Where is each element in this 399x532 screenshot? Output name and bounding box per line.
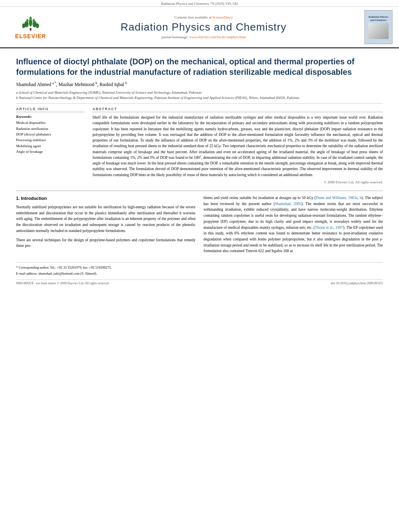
divider-top <box>16 103 383 104</box>
keyword-2: Radiation sterilization <box>16 126 84 131</box>
body-p3: blems and yield resins suitable for irra… <box>204 195 383 254</box>
svg-point-7 <box>26 19 29 23</box>
homepage-link[interactable]: www.elsevier.com/locate/radphyschem <box>189 35 246 39</box>
thumb-image <box>368 23 389 39</box>
svg-rect-5 <box>30 28 31 31</box>
footnotes: * Corresponding author. Tel.: +92 33 352… <box>16 262 383 276</box>
journal-homepage: journal homepage: www.elsevier.com/locat… <box>55 35 352 39</box>
article-info-col: ARTICLE INFO Keywords: Medical disposabl… <box>16 107 84 184</box>
svg-point-6 <box>29 16 32 21</box>
affiliations: a School of Chemical and Materials Engin… <box>16 90 383 100</box>
main-content: Influence of dioctyl phthalate (DOP) on … <box>0 48 399 292</box>
keywords-label: Keywords: <box>16 115 84 119</box>
svg-point-3 <box>22 23 25 28</box>
info-abstract-row: ARTICLE INFO Keywords: Medical disposabl… <box>16 107 383 184</box>
elsevier-wordmark: ELSEVIER <box>15 33 46 39</box>
issn-line: 0969-806X/$ - see front matter © 2009 El… <box>16 281 109 285</box>
journal-thumbnail: Radiation Physics and Chemistry <box>364 10 393 44</box>
thumb-title: Radiation Physics and Chemistry <box>366 15 391 22</box>
keyword-3: DOP (dioctyl phthalate) <box>16 131 84 137</box>
svg-point-8 <box>33 19 35 23</box>
journal-header: ELSEVIER Contents lists available at Sci… <box>0 7 399 48</box>
elsevier-logo-area: ELSEVIER <box>6 15 55 39</box>
copyright-line: © 2009 Elsevier Ltd. All rights reserved… <box>93 180 383 184</box>
body-section: 1. Introduction Normally stabilized poly… <box>16 191 383 285</box>
ref-dunn: Dunn and Williams, 1983a, b <box>316 196 362 200</box>
section1-heading: 1. Introduction <box>16 195 195 202</box>
body-col-right: blems and yield resins suitable for irra… <box>204 195 383 257</box>
abstract-label: ABSTRACT <box>93 107 383 112</box>
affiliation-a: a School of Chemical and Materials Engin… <box>16 90 383 95</box>
svg-point-4 <box>36 23 39 28</box>
bottom-bar: 0969-806X/$ - see front matter © 2009 El… <box>16 279 383 285</box>
ref-thorat: Thorat et al., 1997 <box>315 226 343 230</box>
abstract-text: Shelf life of the formulations designed … <box>93 115 383 178</box>
article-title: Influence of dioctyl phthalate (DOP) on … <box>16 56 383 77</box>
abstract-paragraph: Shelf life of the formulations designed … <box>93 115 383 178</box>
contents-line: Contents lists available at ScienceDirec… <box>55 15 352 19</box>
top-bar: Radiation Physics and Chemistry 79 (2010… <box>0 0 399 7</box>
body-p2: There are several techniques for the des… <box>16 237 195 249</box>
body-col-left: 1. Introduction Normally stabilized poly… <box>16 195 195 257</box>
journal-header-right: Radiation Physics and Chemistry <box>352 10 393 44</box>
footnote-email: E-mail address: shamshad_zaki@hotmail.co… <box>16 271 383 276</box>
keyword-6: Angle of breakage <box>16 149 84 154</box>
body-columns: 1. Introduction Normally stabilized poly… <box>16 195 383 257</box>
journal-citation: Radiation Physics and Chemistry 79 (2010… <box>161 2 238 6</box>
keywords-list: Medical disposables Radiation sterilizat… <box>16 120 84 154</box>
journal-header-center: Contents lists available at ScienceDirec… <box>55 15 352 39</box>
sciencedirect-link[interactable]: ScienceDirect <box>212 15 232 19</box>
affiliation-b: b National Centre for Nanotechnology & D… <box>16 95 383 101</box>
keyword-5: Mobilizing agent <box>16 143 84 149</box>
body-p1: Normally stabilized polypropylenes are n… <box>16 204 195 234</box>
keyword-4: Processing stabilizer <box>16 137 84 143</box>
logo-container: ELSEVIER <box>15 15 46 39</box>
authors-line: Shamshad Ahmed a,*, Mazhar Mehmood b, Ra… <box>16 81 383 88</box>
author-shamshad: Shamshad Ahmed a,*, Mazhar Mehmood b, Ra… <box>16 82 127 87</box>
elsevier-tree-icon <box>19 15 43 31</box>
doi-line: doi:10.1016/j.radphyschem.2009.08.015 <box>331 281 383 285</box>
ref-shamshad: Shamshad, 2005 <box>275 202 301 206</box>
article-info-label: ARTICLE INFO <box>16 107 84 112</box>
keyword-1: Medical disposables <box>16 120 84 125</box>
abstract-col: ABSTRACT Shelf life of the formulations … <box>93 107 383 184</box>
footnote-corresponding: * Corresponding author. Tel.: +92 33 352… <box>16 265 383 270</box>
journal-title: Radiation Physics and Chemistry <box>55 21 352 33</box>
